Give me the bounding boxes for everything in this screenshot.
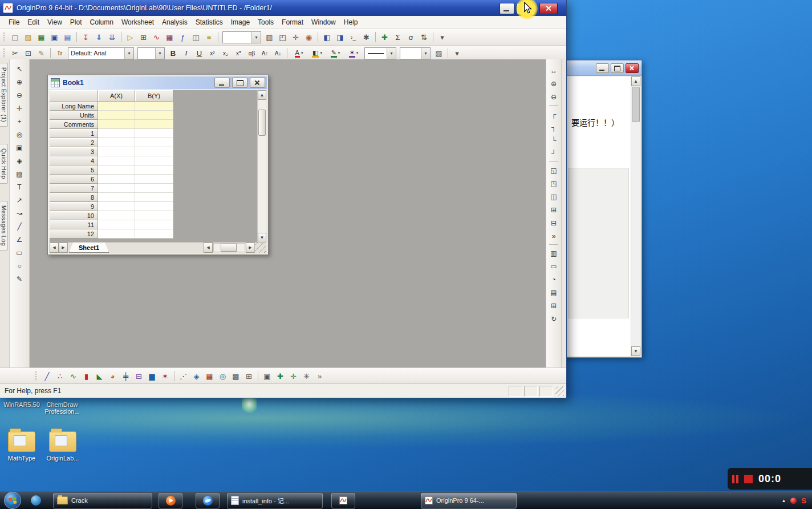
browser-icon[interactable] <box>29 493 43 508</box>
hscroll-thumb[interactable] <box>221 244 237 252</box>
row-header[interactable]: 8 <box>50 193 98 202</box>
zoom-out-tool[interactable]: ⊖ <box>12 89 27 101</box>
worksheet-cell[interactable] <box>98 111 135 120</box>
row-header[interactable]: 3 <box>50 147 98 156</box>
sort-icon[interactable]: ⇅ <box>418 31 430 43</box>
pan-tool[interactable]: ✛ <box>12 102 27 114</box>
decrease-font-button[interactable]: A↓ <box>272 47 284 59</box>
desktop-icon-originlab[interactable]: OriginLab... <box>42 428 83 462</box>
worksheet-cell[interactable] <box>135 202 173 211</box>
hscroll-right-button[interactable]: ▶ <box>246 243 255 253</box>
dropdown-arrow-icon[interactable]: ▾ <box>155 48 164 59</box>
fill-color-button[interactable]: ◧ ▾ <box>308 47 326 59</box>
add-corner-axes-icon[interactable]: ┘ <box>546 147 561 159</box>
pointer-tool[interactable]: ↖ <box>12 63 27 75</box>
dropdown-arrow-icon[interactable]: ▾ <box>356 51 359 55</box>
row-header[interactable]: 7 <box>50 184 98 193</box>
book-resize-grip[interactable] <box>254 242 266 253</box>
menu-item[interactable]: Help <box>340 17 362 27</box>
format-painter-icon[interactable]: ✎ <box>35 47 47 59</box>
multi-panel-icon[interactable]: ⊞ <box>243 370 255 382</box>
superscript-button[interactable]: x² <box>206 47 218 59</box>
dropdown-arrow-icon[interactable]: ▾ <box>338 51 340 55</box>
polyline-tool[interactable]: ∠ <box>12 233 27 245</box>
tab-messages-log[interactable]: Messages Log <box>0 201 8 251</box>
worksheet-cell[interactable] <box>98 138 135 147</box>
histogram-icon[interactable]: ▆ <box>146 370 158 382</box>
worksheet-cell[interactable] <box>135 165 173 175</box>
book-close-button[interactable] <box>250 78 265 88</box>
worksheet-cell[interactable] <box>98 147 135 156</box>
window-view-combo[interactable]: ▾ <box>222 31 261 43</box>
print-icon[interactable]: ▥ <box>263 31 275 43</box>
line-plot-icon[interactable]: ╱ <box>41 370 53 382</box>
row-header[interactable]: Long Name <box>50 102 98 111</box>
column-header-b[interactable]: B(Y) <box>135 90 173 102</box>
box-chart-icon[interactable]: ⊟ <box>133 370 145 382</box>
book1-titlebar[interactable]: Book1 <box>49 76 267 89</box>
line-color-button[interactable]: ✎ ▾ <box>327 47 344 59</box>
book-restore-button[interactable] <box>232 78 247 88</box>
new-matrix-icon[interactable]: ▦ <box>164 31 176 43</box>
digitizer-icon[interactable]: ✛ <box>290 31 302 43</box>
taskbar-button-notepad[interactable]: install_info - 记... <box>227 493 323 508</box>
new-legend-icon[interactable]: ▭ <box>546 260 561 272</box>
menu-item[interactable]: Statistics <box>192 17 227 27</box>
add-top-x-axis-icon[interactable]: ┌ <box>546 108 561 120</box>
book-minimize-button[interactable] <box>214 78 230 88</box>
command-window-icon[interactable]: ›_ <box>347 31 359 43</box>
curved-arrow-tool[interactable]: ↝ <box>12 207 27 219</box>
toolbar-grip[interactable] <box>3 48 6 58</box>
stop-button[interactable] <box>744 475 753 483</box>
row-header[interactable]: 12 <box>50 229 98 239</box>
print-preview-icon[interactable]: ◰ <box>277 31 289 43</box>
dropdown-arrow-icon[interactable]: ▾ <box>421 48 430 59</box>
line-width-combo[interactable]: ▾ <box>400 47 431 59</box>
sheet-next-button[interactable]: ▶ <box>59 243 68 253</box>
import-wizard-icon[interactable]: ↧ <box>80 31 92 43</box>
new-function-plot-icon[interactable]: ƒ <box>177 31 189 43</box>
format-toolbar-chevron[interactable]: ▾ <box>451 47 463 59</box>
row-header[interactable]: 1 <box>50 129 98 138</box>
menu-item[interactable]: File <box>5 17 23 27</box>
tray-expand-icon[interactable]: ▲ <box>781 498 786 503</box>
data-reader-tool[interactable]: ◎ <box>12 128 27 140</box>
worksheet-cell[interactable] <box>98 156 135 165</box>
scroll-thumb[interactable] <box>632 87 640 122</box>
polar-plot-icon[interactable]: ✶ <box>159 370 171 382</box>
worksheet-cell[interactable] <box>98 102 135 111</box>
taskbar-button-thunder[interactable] <box>196 493 220 508</box>
font-combo[interactable]: Default: Arial ▾ <box>68 47 134 59</box>
column-header-a[interactable]: A(X) <box>98 90 135 102</box>
add-bottom-axis-icon[interactable]: └ <box>546 134 561 146</box>
taskbar-button-media-player[interactable] <box>159 493 182 508</box>
row-header[interactable]: Units <box>50 111 98 120</box>
menu-item[interactable]: Tools <box>254 17 278 27</box>
line-symbol-plot-icon[interactable]: ∿ <box>67 370 79 382</box>
taskbar-button-origin[interactable] <box>331 493 355 508</box>
add-inset-graph-icon[interactable]: ◱ <box>546 164 561 176</box>
import-single-ascii-icon[interactable]: ⇓ <box>93 31 105 43</box>
sheet-tab[interactable]: Sheet1 <box>69 243 109 253</box>
graph-zoom-out-icon[interactable]: ⊖ <box>546 91 561 103</box>
row-header[interactable]: 11 <box>50 220 98 229</box>
scroll-down-button[interactable]: ▼ <box>631 346 640 356</box>
sub-superscript-button[interactable]: x* <box>233 47 245 59</box>
cut-icon[interactable]: ✂ <box>9 47 21 59</box>
new-workbook-icon[interactable]: ⊞ <box>137 31 149 43</box>
worksheet-cell[interactable] <box>98 175 135 184</box>
close-button[interactable] <box>539 3 558 14</box>
import-multiple-ascii-icon[interactable]: ⇊ <box>106 31 118 43</box>
worksheet-cell[interactable] <box>135 193 173 202</box>
tray-sogou-icon[interactable]: S <box>801 496 806 505</box>
add-color-scale-icon[interactable]: ▥ <box>546 247 561 259</box>
worksheet-cell[interactable] <box>135 175 173 184</box>
tab-quick-help[interactable]: Quick Help <box>0 144 8 184</box>
horizontal-scrollbar[interactable] <box>213 243 245 252</box>
hscroll-left-button[interactable]: ◀ <box>204 243 213 253</box>
worksheet-cell[interactable] <box>135 211 173 220</box>
plot-toolbar-chevron[interactable]: » <box>314 370 326 382</box>
dropdown-arrow-icon[interactable]: ▾ <box>251 32 261 43</box>
data-selector-tool[interactable]: ▣ <box>12 142 27 153</box>
worksheet-cell[interactable] <box>135 102 173 111</box>
